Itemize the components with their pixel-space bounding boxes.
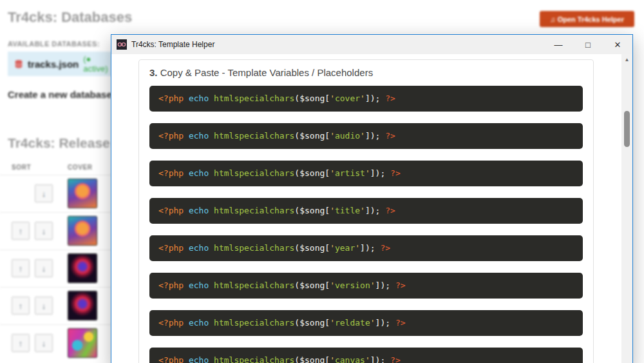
placeholder-key: version xyxy=(335,280,370,290)
placeholder-key: canvas xyxy=(335,355,365,363)
quote-mark: ' xyxy=(330,243,335,253)
php-close-tag: ?> xyxy=(385,93,395,103)
modal-scrollbar[interactable]: ▲ xyxy=(621,54,632,363)
quote-mark: ' xyxy=(330,168,335,178)
php-args-close: ]); xyxy=(375,280,395,290)
quote-mark: ' xyxy=(370,318,375,328)
placeholder-key: title xyxy=(335,206,360,215)
code-snippet-title[interactable]: <?php echo htmlspecialchars($song['title… xyxy=(149,198,583,224)
database-row-tracks-json[interactable]: tracks.json (● active) xyxy=(8,52,116,76)
window-content: 3. Copy & Paste - Template Variables / P… xyxy=(111,54,632,363)
sort-column-header: SORT xyxy=(12,164,31,171)
quote-mark: ' xyxy=(360,206,365,215)
php-keyword: echo xyxy=(184,206,209,215)
php-function: htmlspecialchars xyxy=(209,131,294,141)
maximize-button[interactable]: □ xyxy=(573,35,603,54)
page-title-databases: Tr4cks: Databases xyxy=(8,9,132,26)
move-down-button[interactable]: ↓ xyxy=(35,222,53,240)
database-name: tracks.json xyxy=(28,59,79,70)
php-close-tag: ?> xyxy=(395,318,406,328)
code-snippet-cover[interactable]: <?php echo htmlspecialchars($song['cover… xyxy=(149,86,583,112)
php-args-close: ]); xyxy=(365,206,385,215)
php-keyword: echo xyxy=(184,93,209,103)
album-cover xyxy=(68,216,97,246)
quote-mark: ' xyxy=(330,131,335,141)
php-keyword: echo xyxy=(184,168,209,178)
php-args-close: ]); xyxy=(365,93,385,103)
scrollbar-thumb[interactable] xyxy=(624,111,630,147)
database-icon xyxy=(14,59,23,69)
close-button[interactable]: ✕ xyxy=(603,35,632,54)
php-close-tag: ?> xyxy=(395,280,406,290)
section-title: Copy & Paste - Template Variables / Plac… xyxy=(158,67,374,78)
php-args-open: ($song[ xyxy=(294,318,330,328)
php-open-tag: <?php xyxy=(158,131,184,141)
code-snippet-reldate[interactable]: <?php echo htmlspecialchars($song['relda… xyxy=(149,310,583,336)
move-up-button[interactable]: ↑ xyxy=(12,222,30,240)
php-close-tag: ?> xyxy=(380,243,390,253)
table-row: ↑ ↓ xyxy=(0,212,111,250)
placeholder-key: reldate xyxy=(335,318,370,328)
code-snippet-version[interactable]: <?php echo htmlspecialchars($song['versi… xyxy=(149,273,583,299)
php-open-tag: <?php xyxy=(158,243,184,253)
php-args-open: ($song[ xyxy=(294,243,330,253)
php-args-open: ($song[ xyxy=(294,355,330,363)
move-down-button[interactable]: ↓ xyxy=(35,334,53,352)
quote-mark: ' xyxy=(365,168,370,178)
album-cover xyxy=(68,253,97,283)
placeholder-key: cover xyxy=(335,93,360,103)
php-function: htmlspecialchars xyxy=(209,93,294,103)
php-args-close: ]); xyxy=(375,318,395,328)
php-function: htmlspecialchars xyxy=(209,355,294,363)
php-keyword: echo xyxy=(184,318,209,328)
placeholder-key: audio xyxy=(335,131,360,141)
php-keyword: echo xyxy=(184,131,209,141)
php-args-close: ]); xyxy=(365,131,385,141)
php-close-tag: ?> xyxy=(390,168,401,178)
code-snippet-artist[interactable]: <?php echo htmlspecialchars($song['artis… xyxy=(149,161,583,186)
album-cover xyxy=(68,291,97,320)
quote-mark: ' xyxy=(360,131,365,141)
php-close-tag: ?> xyxy=(390,355,401,363)
php-keyword: echo xyxy=(184,243,209,253)
section-number: 3. xyxy=(149,67,158,78)
template-helper-window: Tr4cks: Template Helper — □ ✕ 3. Copy & … xyxy=(111,34,633,363)
code-snippet-audio[interactable]: <?php echo htmlspecialchars($song['audio… xyxy=(149,123,583,149)
album-cover xyxy=(68,328,97,358)
php-close-tag: ?> xyxy=(385,206,395,215)
window-titlebar[interactable]: Tr4cks: Template Helper — □ ✕ xyxy=(111,35,632,54)
php-function: htmlspecialchars xyxy=(209,206,294,215)
quote-mark: ' xyxy=(365,355,370,363)
php-args-open: ($song[ xyxy=(294,93,330,103)
move-up-button[interactable]: ↑ xyxy=(12,297,30,315)
php-function: htmlspecialchars xyxy=(209,280,294,290)
quote-mark: ' xyxy=(330,93,335,103)
album-cover xyxy=(68,179,97,208)
scroll-up-arrow-icon[interactable]: ▲ xyxy=(621,57,632,63)
php-args-close: ]); xyxy=(370,355,390,363)
open-helper-button[interactable]: ♫ Open Tr4cks Helper xyxy=(540,11,634,27)
quote-mark: ' xyxy=(330,206,335,215)
move-up-button[interactable]: ↑ xyxy=(12,334,30,352)
php-args-close: ]); xyxy=(370,168,390,178)
code-snippet-canvas[interactable]: <?php echo htmlspecialchars($song['canva… xyxy=(149,348,583,363)
code-snippet-year[interactable]: <?php echo htmlspecialchars($song['year'… xyxy=(149,235,583,261)
move-down-button[interactable]: ↓ xyxy=(35,297,53,315)
php-close-tag: ?> xyxy=(385,131,395,141)
php-open-tag: <?php xyxy=(158,318,184,328)
window-title: Tr4cks: Template Helper xyxy=(131,40,544,49)
table-row: ↑ ↓ xyxy=(0,324,111,362)
template-variables-card: 3. Copy & Paste - Template Variables / P… xyxy=(138,59,594,363)
quote-mark: ' xyxy=(330,318,335,328)
move-down-button[interactable]: ↓ xyxy=(35,184,53,202)
release-table: SORT COVER ↓ ↑ ↓ ↑ ↓ ↑ ↓ ↑ ↓ xyxy=(0,161,111,362)
move-up-button[interactable]: ↑ xyxy=(12,259,30,277)
php-open-tag: <?php xyxy=(158,280,184,290)
available-databases-label: AVAILABLE DATABASES: xyxy=(8,40,100,48)
php-open-tag: <?php xyxy=(158,93,184,103)
minimize-button[interactable]: — xyxy=(544,35,573,54)
move-down-button[interactable]: ↓ xyxy=(35,259,53,277)
table-header-row: SORT COVER xyxy=(0,161,111,175)
placeholder-key: artist xyxy=(335,168,365,178)
table-row: ↑ ↓ xyxy=(0,250,111,287)
